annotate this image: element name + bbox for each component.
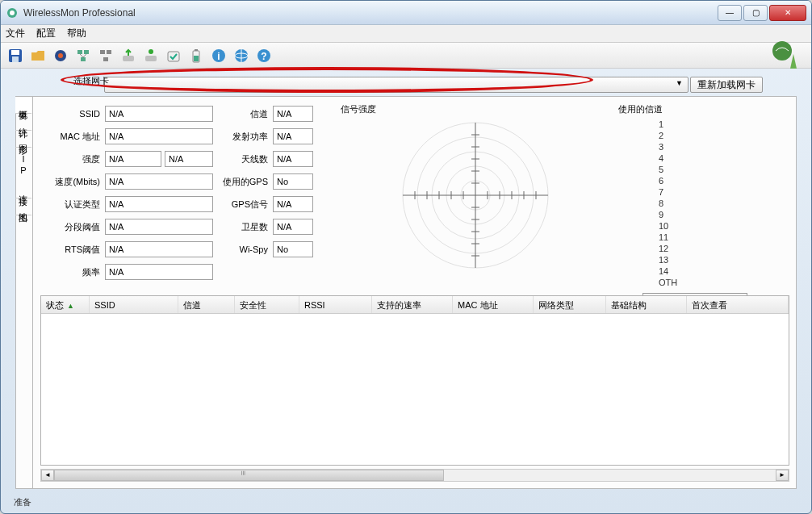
channel-row: 5 <box>659 164 788 175</box>
txpower-field[interactable]: N/A <box>273 128 313 144</box>
network2-icon[interactable] <box>96 46 115 65</box>
horizontal-scrollbar[interactable]: ◄ ► <box>40 469 789 482</box>
freq-field[interactable]: N/A <box>105 264 213 280</box>
frag-field[interactable]: N/A <box>105 219 213 235</box>
channel-row: 13 <box>659 254 788 265</box>
frag-label: 分段阈值 <box>42 221 102 233</box>
help-icon[interactable]: ? <box>254 46 274 65</box>
target-icon[interactable] <box>51 46 70 65</box>
auth-field[interactable]: N/A <box>105 196 213 212</box>
strength-label: 强度 <box>42 153 102 165</box>
minimize-button[interactable]: — <box>718 5 742 21</box>
channel-row: 7 <box>659 186 788 198</box>
col-mac[interactable]: MAC 地址 <box>453 296 534 313</box>
col-rssi[interactable]: RSSI <box>299 296 372 313</box>
svg-rect-10 <box>100 50 105 54</box>
strength-field1[interactable]: N/A <box>105 151 161 167</box>
menu-file[interactable]: 文件 <box>6 27 25 40</box>
channel-row: 2 <box>659 130 788 141</box>
scroll-right-button[interactable]: ► <box>776 470 789 481</box>
check-icon[interactable] <box>164 46 183 65</box>
channel-row: 9 <box>659 209 788 220</box>
channel-row: 11 <box>659 232 788 243</box>
svg-point-6 <box>58 53 63 58</box>
status-text: 准备 <box>14 497 31 507</box>
txpower-label: 发射功率 <box>216 131 270 143</box>
channel-panel: 使用的信道 1234567891011121314OTH 信道使用 B/G/N <box>618 103 788 289</box>
wispy-field[interactable]: No <box>273 241 313 257</box>
save-icon[interactable] <box>6 46 25 65</box>
reload-adapter-button[interactable]: 重新加载网卡 <box>690 77 763 93</box>
tab-graph[interactable]: 图形 <box>15 131 32 148</box>
channel-row: 3 <box>659 141 788 153</box>
channel-row: 10 <box>659 220 788 232</box>
menubar: 文件 配置 帮助 <box>1 25 811 43</box>
run1-icon[interactable] <box>119 46 138 65</box>
fields-grid: SSID N/A 信道 N/A MAC 地址 N/A 发射功率 N/A 强度 N… <box>42 103 333 289</box>
app-window: WirelessMon Professional — ▢ ✕ 文件 配置 帮助 … <box>0 0 812 514</box>
col-infra[interactable]: 基础结构 <box>606 296 687 313</box>
col-firstseen[interactable]: 首次查看 <box>687 296 789 313</box>
tab-ipconn[interactable]: IP 连接 <box>15 148 32 198</box>
ssid-field[interactable]: N/A <box>105 106 213 122</box>
run2-icon[interactable] <box>141 46 161 65</box>
svg-rect-16 <box>168 52 179 61</box>
sat-field[interactable]: N/A <box>273 219 313 235</box>
gps-field[interactable]: No <box>273 173 313 190</box>
col-status[interactable]: 状态▲ <box>41 296 90 313</box>
radar-chart <box>399 119 552 272</box>
col-nettype[interactable]: 网络类型 <box>534 296 606 313</box>
battery-icon[interactable] <box>186 46 206 65</box>
svg-rect-11 <box>107 50 111 54</box>
upper-section: SSID N/A 信道 N/A MAC 地址 N/A 发射功率 N/A 强度 N… <box>42 103 788 289</box>
col-ssid[interactable]: SSID <box>90 296 178 313</box>
channel-row: 4 <box>659 153 788 164</box>
globe-icon[interactable] <box>232 46 251 65</box>
scroll-left-button[interactable]: ◄ <box>41 470 54 481</box>
window-title: WirelessMon Professional <box>23 7 718 19</box>
svg-rect-13 <box>123 56 134 61</box>
ant-field[interactable]: N/A <box>273 151 313 167</box>
network1-icon[interactable] <box>73 46 93 65</box>
adapter-select[interactable] <box>104 77 689 93</box>
rts-field[interactable]: N/A <box>105 241 213 257</box>
gpssig-field[interactable]: N/A <box>273 196 313 212</box>
menu-config[interactable]: 配置 <box>36 27 56 40</box>
folder-icon[interactable] <box>28 46 48 65</box>
channel-field[interactable]: N/A <box>273 106 313 122</box>
tab-stats[interactable]: 统计 <box>15 114 32 131</box>
grid-header: 状态▲ SSID 信道 安全性 RSSI 支持的速率 MAC 地址 网络类型 基… <box>41 296 789 314</box>
tab-map[interactable]: 地图 <box>15 198 32 215</box>
statusbar: 准备 <box>7 494 805 510</box>
scroll-thumb[interactable] <box>54 470 444 481</box>
col-channel[interactable]: 信道 <box>178 296 235 313</box>
close-button[interactable]: ✕ <box>769 5 806 21</box>
col-rates[interactable]: 支持的速率 <box>372 296 453 313</box>
tab-summary[interactable]: 概要 <box>15 97 32 114</box>
window-controls: — ▢ ✕ <box>718 5 806 21</box>
svg-rect-3 <box>11 50 19 55</box>
col-security[interactable]: 安全性 <box>235 296 299 313</box>
channel-row: 14 <box>659 265 788 277</box>
speed-field[interactable]: N/A <box>105 173 213 190</box>
network-grid: 状态▲ SSID 信道 安全性 RSSI 支持的速率 MAC 地址 网络类型 基… <box>40 295 789 466</box>
channel-row: OTH <box>659 277 788 288</box>
channel-row: 6 <box>659 175 788 186</box>
toolbar: i ? <box>1 43 811 69</box>
menu-help[interactable]: 帮助 <box>67 27 86 40</box>
sort-asc-icon: ▲ <box>67 302 74 310</box>
mac-field[interactable]: N/A <box>105 128 213 144</box>
side-tabs: 概要 统计 图形 IP 连接 地图 <box>15 97 33 488</box>
maximize-button[interactable]: ▢ <box>743 5 768 21</box>
channels-title: 使用的信道 <box>618 103 788 115</box>
strength-field2[interactable]: N/A <box>165 151 213 167</box>
svg-rect-9 <box>81 57 86 61</box>
app-icon <box>6 6 19 19</box>
info-icon[interactable]: i <box>209 46 228 65</box>
svg-rect-14 <box>145 56 157 61</box>
svg-text:i: i <box>217 51 220 62</box>
svg-point-15 <box>149 49 153 54</box>
channel-row: 1 <box>659 119 788 130</box>
svg-rect-8 <box>84 50 89 54</box>
scroll-track[interactable] <box>54 470 776 481</box>
